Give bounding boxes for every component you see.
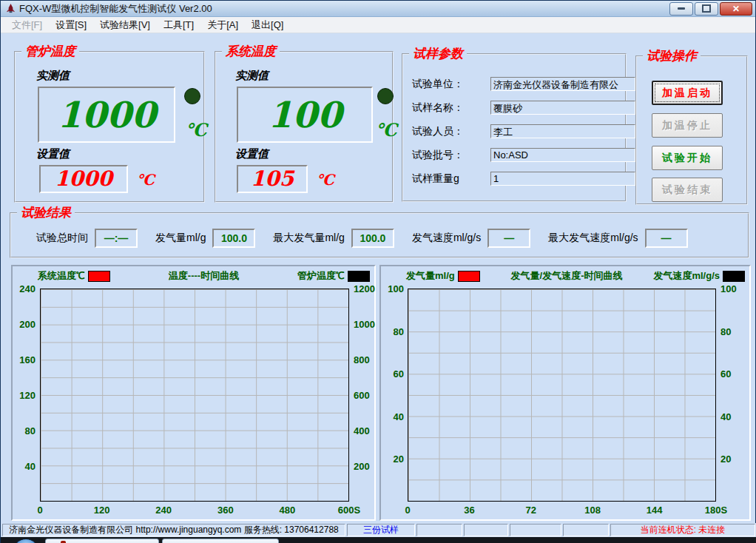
system-temp-legend: 系统温度℃	[38, 269, 110, 283]
system-temp-swatch	[88, 271, 110, 282]
test-person-label: 试验人员：	[412, 125, 490, 138]
status-empty-4	[563, 524, 609, 536]
minimize-button[interactable]	[669, 2, 693, 16]
system-set-value: 105	[251, 169, 294, 189]
batch-no-field[interactable]: No:ASD	[490, 148, 635, 162]
gas-x-axis: 03672108144180S	[408, 505, 716, 516]
close-icon: ✕	[732, 4, 740, 13]
menu-test-results[interactable]: 试验结果[V]	[93, 17, 157, 33]
furnace-status-led	[184, 88, 200, 104]
heating-start-button[interactable]: 加温启动	[652, 81, 723, 105]
gas-rate-legend: 发气速度ml/g/s	[653, 269, 745, 283]
furnace-measured-value: 1000	[57, 97, 156, 132]
results-title: 试验结果	[17, 206, 75, 220]
sample-params-title: 试样参数	[409, 47, 467, 61]
gas-volume-legend: 发气量ml/g	[406, 269, 480, 283]
window-title: FQX-W型微机控制智能发气性测试仪 Ver2.00	[19, 2, 669, 16]
furnace-temp-panel: 管炉温度 实测值 1000 ℃ 设置值 1000 ℃	[14, 51, 205, 203]
gas-right-axis: 10080604020	[718, 289, 747, 502]
test-unit-field[interactable]: 济南金光仪器设备制造有限公	[490, 77, 635, 91]
gas-rate-label: 发气速度ml/g/s	[412, 232, 481, 245]
system-status-led	[377, 88, 394, 104]
temperature-chart: 系统温度℃ 温度----时间曲线 管炉温度℃ 2402001601208040 …	[11, 265, 376, 521]
gas-rate-value: —	[504, 232, 514, 244]
gas-rate-swatch	[723, 271, 745, 282]
max-gas-volume-box: 100.0	[351, 229, 394, 248]
temperature-left-axis: 2402001601208040	[13, 289, 38, 502]
gas-plot-area	[408, 289, 716, 502]
operations-title: 试验操作	[643, 49, 701, 63]
gas-volume-swatch	[458, 271, 480, 282]
menu-about[interactable]: 关于[A]	[200, 17, 245, 33]
furnace-set-unit: ℃	[137, 171, 155, 189]
system-temp-title: 系统温度	[222, 44, 280, 58]
furnace-measured-unit: ℃	[186, 119, 207, 141]
max-gas-volume-label: 最大发气量ml/g	[273, 232, 344, 245]
sample-params-panel: 试样参数 试验单位： 济南金光仪器设备制造有限公 试样名称： 覆膜砂 试验人员：…	[402, 53, 627, 202]
system-measured-value: 100	[268, 97, 342, 132]
status-empty-3	[510, 524, 561, 536]
furnace-set-value: 1000	[55, 169, 112, 189]
taskbar-button-1[interactable]	[45, 539, 159, 543]
menu-tools[interactable]: 工具[T]	[157, 17, 200, 33]
furnace-set-display: 1000	[39, 165, 128, 193]
test-start-button[interactable]: 试验开始	[652, 146, 723, 170]
operations-panel: 试验操作 加温启动 加温停止 试验开始 试验结束	[635, 55, 748, 205]
rocket-app-icon	[5, 3, 16, 14]
maximize-button[interactable]	[695, 2, 718, 16]
batch-no-label: 试验批号：	[412, 149, 490, 162]
gas-chart-header: 发气量ml/g 发气量/发气速度-时间曲线 发气速度ml/g/s	[406, 269, 745, 283]
status-empty-2	[464, 524, 508, 536]
gas-volume-label: 发气量ml/g	[155, 232, 206, 245]
max-gas-rate-box: —	[645, 229, 688, 248]
title-bar: FQX-W型微机控制智能发气性测试仪 Ver2.00 ✕	[1, 1, 755, 17]
temperature-right-axis: 12001000800600400200	[351, 289, 380, 502]
maximize-icon	[702, 4, 711, 13]
gas-volume-box: 100.0	[212, 229, 255, 248]
menu-exit[interactable]: 退出[Q]	[245, 17, 290, 33]
status-bar: 济南金光仪器设备制造有限公司 http://www.jinguangyq.com…	[1, 523, 756, 537]
minimize-icon	[678, 7, 685, 10]
param-row-batch: 试验批号： No:ASD	[412, 148, 635, 162]
system-temp-panel: 系统温度 实测值 100 ℃ 设置值 105 ℃	[215, 51, 394, 203]
menu-settings[interactable]: 设置[S]	[49, 17, 93, 33]
furnace-temp-legend: 管炉温度℃	[297, 269, 370, 283]
param-row-unit: 试验单位： 济南金光仪器设备制造有限公	[412, 77, 635, 91]
taskbar	[1, 537, 756, 543]
status-company: 济南金光仪器设备制造有限公司 http://www.jinguangyq.com…	[2, 524, 345, 536]
status-connection: 当前连机状态: 未连接	[610, 524, 755, 536]
sample-weight-field[interactable]: 1	[490, 172, 635, 186]
max-gas-rate-label: 最大发气速度ml/g/s	[548, 232, 638, 245]
sample-weight-label: 试样重量g	[412, 172, 490, 186]
menu-bar: 文件[F] 设置[S] 试验结果[V] 工具[T] 关于[A] 退出[Q]	[1, 17, 755, 33]
furnace-temp-title: 管炉温度	[21, 44, 79, 58]
app-window: FQX-W型微机控制智能发气性测试仪 Ver2.00 ✕ 文件[F] 设置[S]…	[0, 0, 756, 543]
total-time-box: —:—	[95, 229, 138, 248]
gas-rate-box: —	[487, 229, 530, 248]
gas-volume-value: 100.0	[221, 232, 247, 244]
temperature-x-axis: 0120240360480600S	[40, 505, 349, 516]
test-end-button[interactable]: 试验结束	[652, 178, 723, 202]
furnace-measured-label: 实测值	[36, 69, 70, 83]
status-empty-1	[416, 524, 462, 536]
menu-file[interactable]: 文件[F]	[5, 17, 49, 33]
max-gas-rate-value: —	[661, 232, 672, 244]
taskbar-button-2[interactable]	[162, 539, 279, 543]
sample-name-field[interactable]: 覆膜砂	[490, 101, 635, 115]
max-gas-volume-value: 100.0	[360, 232, 385, 244]
status-sample-count: 三份试样	[347, 524, 415, 536]
start-orb-icon[interactable]	[13, 539, 39, 543]
furnace-measured-display: 1000	[38, 87, 175, 143]
param-row-weight: 试样重量g 1	[412, 172, 635, 186]
system-measured-display: 100	[237, 87, 373, 143]
heating-stop-button[interactable]: 加温停止	[652, 113, 723, 138]
gas-chart: 发气量ml/g 发气量/发气速度-时间曲线 发气速度ml/g/s 1008060…	[379, 265, 751, 521]
param-row-person: 试验人员： 李工	[412, 124, 635, 138]
gas-left-axis: 10080604020	[381, 289, 406, 502]
system-measured-label: 实测值	[235, 69, 269, 83]
total-time-value: —:—	[104, 232, 129, 244]
test-person-field[interactable]: 李工	[490, 124, 635, 138]
close-button[interactable]: ✕	[720, 2, 752, 16]
temperature-chart-title: 温度----时间曲线	[169, 269, 239, 283]
results-row: 试验总时间 —:— 发气量ml/g 100.0 最大发气量ml/g 100.0 …	[36, 229, 742, 248]
